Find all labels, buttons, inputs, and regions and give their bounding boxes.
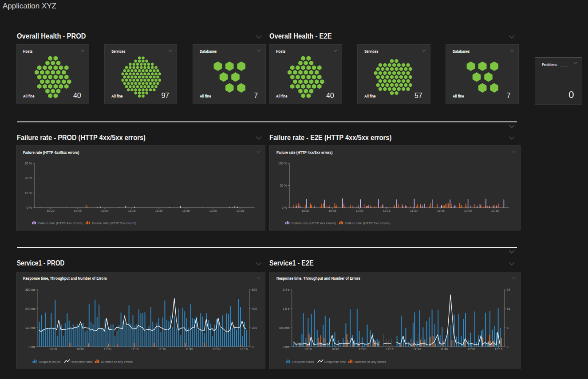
svg-text:Failure rate (HTTP 4xx errors): Failure rate (HTTP 4xx errors) [292, 221, 336, 225]
svg-text:12:15: 12:15 [491, 209, 499, 212]
svg-text:0: 0 [252, 345, 253, 348]
svg-text:10:45: 10:45 [76, 348, 84, 351]
svg-text:12:15: 12:15 [236, 209, 244, 212]
svg-text:10:45: 10:45 [328, 209, 336, 212]
svg-text:10:45: 10:45 [331, 348, 339, 351]
svg-text:11:30: 11:30 [158, 348, 166, 351]
svg-text:10:30: 10:30 [304, 348, 312, 351]
svg-text:11:15: 11:15 [386, 348, 393, 351]
svg-text:24: 24 [507, 288, 510, 291]
svg-text:11:00: 11:00 [101, 209, 108, 212]
svg-text:50 %: 50 % [280, 184, 287, 187]
svg-text:11:30: 11:30 [155, 209, 162, 212]
svg-text:Failure rate (HTTP 5xx errors): Failure rate (HTTP 5xx errors) [345, 221, 390, 225]
svg-text:11:45: 11:45 [437, 209, 444, 212]
svg-text:12:00: 12:00 [467, 348, 475, 351]
svg-text:400: 400 [252, 307, 257, 310]
svg-text:Request count: Request count [39, 359, 60, 363]
svg-text:0: 0 [507, 345, 509, 348]
svg-text:0 ms: 0 ms [28, 345, 36, 348]
svg-text:20 %: 20 % [24, 176, 32, 180]
svg-text:Request count: Request count [292, 359, 314, 363]
svg-text:10 %: 10 % [24, 191, 32, 195]
svg-text:16: 16 [507, 307, 510, 310]
svg-text:0 %: 0 % [26, 206, 32, 209]
svg-text:Failure rate (HTTP 5xx errors): Failure rate (HTTP 5xx errors) [92, 221, 136, 225]
svg-text:11:45: 11:45 [440, 348, 448, 351]
svg-text:11:15: 11:15 [128, 209, 135, 212]
svg-text:2.4 s: 2.4 s [283, 288, 290, 291]
svg-text:Response time: Response time [70, 359, 92, 363]
svg-text:12:00: 12:00 [209, 209, 217, 212]
svg-text:30 %: 30 % [24, 162, 32, 165]
svg-text:360 ms: 360 ms [25, 288, 35, 291]
svg-text:11:30: 11:30 [413, 348, 421, 351]
svg-text:10:30: 10:30 [49, 348, 57, 351]
svg-text:10:45: 10:45 [74, 209, 82, 212]
svg-text:11:45: 11:45 [185, 348, 193, 351]
svg-text:8: 8 [507, 326, 509, 329]
svg-text:11:00: 11:00 [359, 348, 366, 351]
svg-text:200: 200 [252, 326, 257, 329]
svg-text:12:15: 12:15 [240, 348, 248, 351]
svg-text:800 ms: 800 ms [279, 326, 289, 329]
svg-text:100 %: 100 % [278, 162, 287, 165]
svg-text:600: 600 [252, 288, 257, 291]
svg-text:12:00: 12:00 [464, 209, 472, 212]
svg-text:11:45: 11:45 [182, 209, 189, 212]
svg-text:1.6 s: 1.6 s [283, 307, 290, 310]
svg-text:Failure rate (HTTP 4xx errors): Failure rate (HTTP 4xx errors) [38, 221, 83, 225]
svg-text:Number of any errors: Number of any errors [101, 359, 132, 363]
svg-text:240 ms: 240 ms [25, 307, 35, 310]
svg-text:11:00: 11:00 [103, 348, 111, 351]
svg-text:Response time: Response time [324, 359, 346, 363]
svg-text:11:00: 11:00 [355, 209, 363, 212]
svg-text:12:15: 12:15 [494, 348, 502, 351]
svg-text:0 %: 0 % [281, 206, 287, 209]
svg-text:10:30: 10:30 [47, 209, 55, 212]
svg-text:0 ms: 0 ms [283, 345, 290, 348]
svg-text:11:30: 11:30 [410, 209, 417, 212]
svg-text:Number of any errors: Number of any errors [355, 359, 386, 363]
svg-text:120 ms: 120 ms [25, 326, 35, 329]
svg-text:11:15: 11:15 [383, 209, 390, 212]
svg-text:12:00: 12:00 [213, 348, 221, 351]
svg-text:10:30: 10:30 [301, 209, 309, 212]
svg-text:11:15: 11:15 [131, 348, 138, 351]
